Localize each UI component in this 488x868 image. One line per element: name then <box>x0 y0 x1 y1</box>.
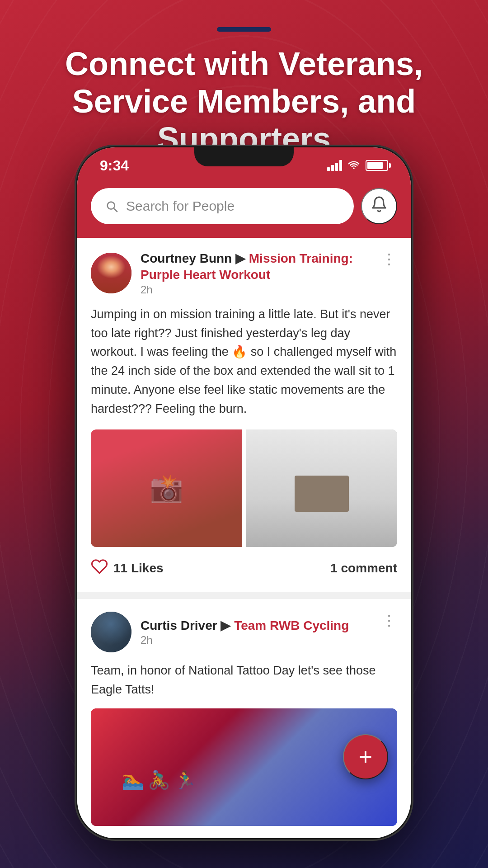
avatar <box>91 612 131 652</box>
post-header: Courtney Bunn ▶ Mission Training: Purple… <box>91 250 397 296</box>
search-icon <box>104 199 119 213</box>
signal-icon <box>327 160 342 171</box>
status-time: 9:34 <box>100 157 129 174</box>
hero-headline: Connect with Veterans, Service Members, … <box>27 45 461 157</box>
notifications-button[interactable] <box>361 188 397 224</box>
more-options-icon[interactable]: ⋮ <box>382 250 397 268</box>
post-images <box>91 429 397 547</box>
bell-icon <box>371 196 388 217</box>
post-time: 2h <box>141 283 382 296</box>
heart-icon <box>91 837 108 838</box>
wifi-icon <box>347 159 360 173</box>
status-icons <box>327 159 388 173</box>
like-count: 11 Likes <box>113 561 164 576</box>
pull-tab <box>217 27 271 32</box>
svg-point-2 <box>102 634 120 648</box>
post-header-left: Courtney Bunn ▶ Mission Training: Purple… <box>91 250 382 296</box>
like-section[interactable]: 6 Likes <box>91 837 156 838</box>
post-card: Curtis Driver ▶ Team RWB Cycling 2h ⋮ Te… <box>77 599 411 838</box>
svg-point-1 <box>106 620 117 631</box>
like-section[interactable]: 11 Likes <box>91 558 164 579</box>
post-author-name: Curtis Driver <box>141 618 217 632</box>
post-author-line: Courtney Bunn ▶ Mission Training: Purple… <box>141 250 382 283</box>
post-body: Team, in honor of National Tattoo Day le… <box>91 661 397 699</box>
post-image-gym <box>246 429 397 547</box>
heart-icon <box>91 558 108 579</box>
search-bar[interactable]: Search for People <box>91 188 354 224</box>
post-time: 2h <box>141 634 349 646</box>
svg-point-0 <box>91 612 131 652</box>
post-body: Jumping in on mission training a little … <box>91 305 397 419</box>
post-group: Team RWB Cycling <box>234 618 349 632</box>
phone-mockup: 9:34 <box>75 145 413 841</box>
arrow-icon: ▶ <box>235 251 249 265</box>
post-meta: Courtney Bunn ▶ Mission Training: Purple… <box>141 250 382 296</box>
plus-icon: + <box>359 745 372 769</box>
post-footer: 6 Likes 1 comment <box>91 837 397 838</box>
post-author-name: Courtney Bunn <box>141 251 232 265</box>
tattoo-icons: 🏊‍♂️🚴‍♂️🏃‍♂️ <box>122 769 200 791</box>
avatar <box>91 253 131 293</box>
post-meta: Curtis Driver ▶ Team RWB Cycling 2h <box>141 618 349 646</box>
post-footer: 11 Likes 1 comment <box>91 558 397 579</box>
search-placeholder: Search for People <box>126 198 235 214</box>
post-header: Curtis Driver ▶ Team RWB Cycling 2h ⋮ <box>91 612 397 652</box>
post-image-person <box>91 429 242 547</box>
app-header: Search for People <box>77 179 411 238</box>
post-header-left: Curtis Driver ▶ Team RWB Cycling 2h <box>91 612 349 652</box>
arrow-icon: ▶ <box>221 618 234 632</box>
create-post-button[interactable]: + <box>343 734 388 779</box>
more-options-icon[interactable]: ⋮ <box>382 612 397 629</box>
phone-notch <box>194 147 294 166</box>
battery-icon <box>366 160 388 171</box>
comment-count[interactable]: 1 comment <box>330 561 397 576</box>
post-card: Courtney Bunn ▶ Mission Training: Purple… <box>77 238 411 592</box>
search-row: Search for People <box>91 188 397 224</box>
phone-screen: 9:34 <box>77 147 411 838</box>
post-author-line: Curtis Driver ▶ Team RWB Cycling <box>141 618 349 634</box>
